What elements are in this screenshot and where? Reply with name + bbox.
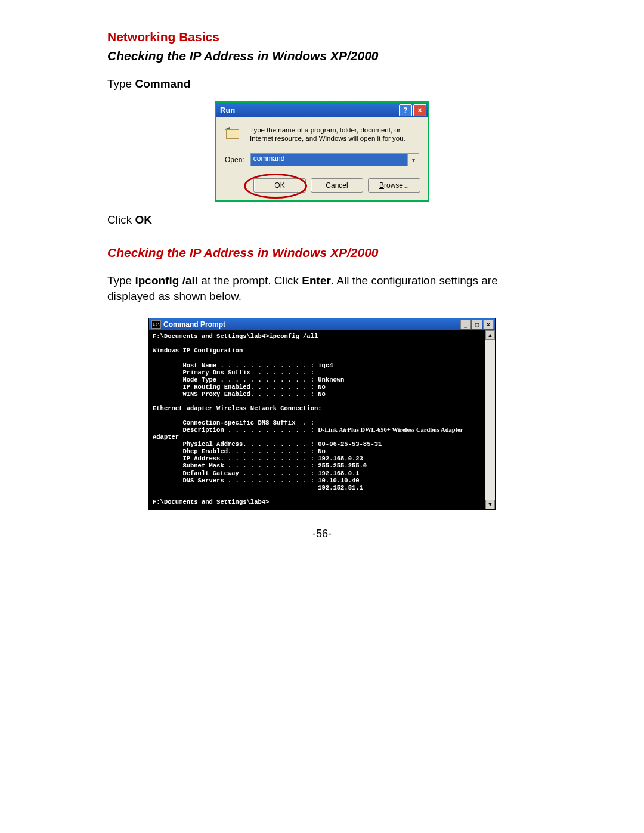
cmd-scrollbar[interactable]: ▲ ▼ [485, 330, 495, 509]
close-button[interactable]: × [483, 320, 494, 329]
ok-button[interactable]: OK [253, 178, 306, 193]
instruction-ipconfig: Type ipconfig /all at the prompt. Click … [107, 273, 537, 304]
page-number: -56- [107, 528, 537, 540]
open-input[interactable]: command [251, 154, 407, 166]
open-combobox[interactable]: command ▾ [250, 153, 419, 166]
chevron-down-icon[interactable]: ▾ [407, 154, 419, 166]
cancel-button[interactable]: Cancel [311, 178, 363, 193]
command-prompt-window: C:\ Command Prompt _ □ × F:\Documents an… [148, 318, 496, 510]
run-icon [225, 126, 244, 143]
cmd-app-icon: C:\ [151, 320, 161, 329]
subheading-1: Checking the IP Address in Windows XP/20… [107, 49, 537, 63]
section-heading: Networking Basics [107, 30, 537, 44]
help-button[interactable]: ? [399, 104, 412, 116]
maximize-button[interactable]: □ [472, 320, 482, 329]
cmd-output: F:\Documents and Settings\lab4>ipconfig … [149, 330, 485, 509]
cmd-titlebar: C:\ Command Prompt _ □ × [149, 318, 495, 330]
run-dialog: Run ? × Type the name of a program, fold… [215, 101, 429, 202]
subheading-2: Checking the IP Address in Windows XP/20… [107, 246, 537, 260]
open-label: Open: [225, 156, 244, 164]
scroll-down-icon[interactable]: ▼ [485, 500, 495, 509]
scroll-up-icon[interactable]: ▲ [485, 330, 495, 340]
browse-button[interactable]: Browse... [368, 178, 420, 193]
document-page: Networking Basics Checking the IP Addres… [0, 0, 644, 576]
run-dialog-figure: Run ? × Type the name of a program, fold… [215, 101, 429, 202]
command-prompt-figure: C:\ Command Prompt _ □ × F:\Documents an… [107, 318, 537, 510]
run-titlebar: Run ? × [216, 103, 428, 117]
cmd-title: Command Prompt [163, 320, 225, 329]
instruction-type-command: Type Command [107, 76, 537, 92]
minimize-button[interactable]: _ [460, 320, 471, 329]
scroll-track[interactable] [485, 340, 495, 500]
run-title: Run [220, 106, 235, 114]
instruction-click-ok: Click OK [107, 212, 537, 228]
close-button[interactable]: × [413, 104, 426, 116]
run-description: Type the name of a program, folder, docu… [250, 126, 419, 143]
